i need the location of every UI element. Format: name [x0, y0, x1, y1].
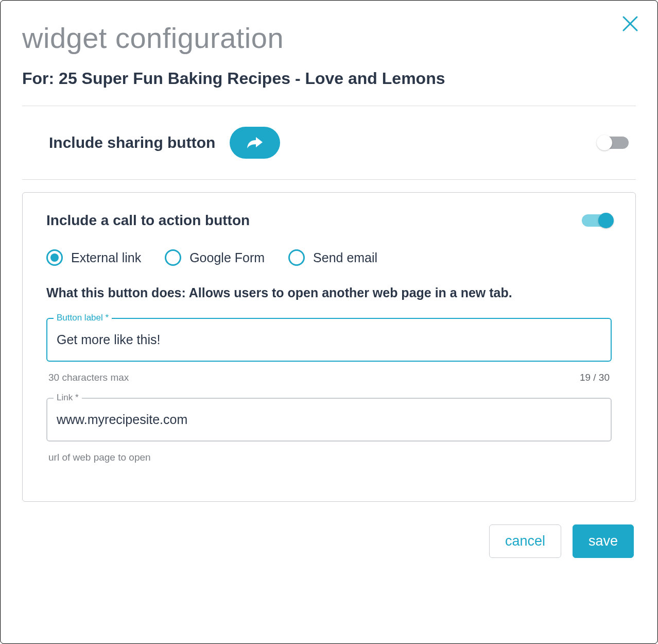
dialog-title: widget configuration: [22, 21, 636, 55]
cta-description: What this button does: Allows users to o…: [46, 285, 612, 300]
close-button[interactable]: [621, 15, 639, 35]
button-label-field: Button label *: [46, 318, 612, 362]
button-label-counter: 19 / 30: [580, 372, 610, 383]
share-chip: [230, 127, 280, 159]
radio-icon: [288, 249, 305, 266]
cancel-button[interactable]: cancel: [489, 524, 561, 558]
link-input[interactable]: [46, 398, 612, 442]
sharing-toggle[interactable]: [599, 137, 629, 149]
radio-label: Google Form: [189, 250, 265, 265]
close-icon: [621, 15, 639, 32]
divider: [22, 179, 636, 180]
link-field: Link *: [46, 398, 612, 442]
sharing-label: Include sharing button: [49, 134, 215, 151]
button-label-helper: 30 characters max: [48, 372, 129, 383]
radio-external-link[interactable]: External link: [46, 249, 141, 266]
radio-label: External link: [71, 250, 141, 265]
radio-google-form[interactable]: Google Form: [165, 249, 265, 266]
dialog-footer: cancel save: [22, 524, 636, 558]
radio-icon: [46, 249, 63, 266]
button-label-input[interactable]: [46, 318, 612, 362]
share-arrow-icon: [246, 135, 264, 150]
dialog-subtitle: For: 25 Super Fun Baking Recipes - Love …: [22, 69, 636, 88]
cta-toggle[interactable]: [582, 214, 612, 227]
widget-config-dialog: widget configuration For: 25 Super Fun B…: [0, 0, 658, 644]
radio-send-email[interactable]: Send email: [288, 249, 377, 266]
field-label: Button label *: [54, 313, 112, 323]
cta-label: Include a call to action button: [46, 212, 250, 229]
cta-radio-group: External link Google Form Send email: [46, 249, 612, 266]
save-button[interactable]: save: [573, 524, 634, 558]
cta-card: Include a call to action button External…: [22, 192, 636, 502]
link-helper: url of web page to open: [48, 452, 151, 463]
sharing-section: Include sharing button: [22, 106, 636, 179]
field-label: Link *: [54, 393, 82, 403]
radio-label: Send email: [313, 250, 377, 265]
radio-icon: [165, 249, 181, 266]
